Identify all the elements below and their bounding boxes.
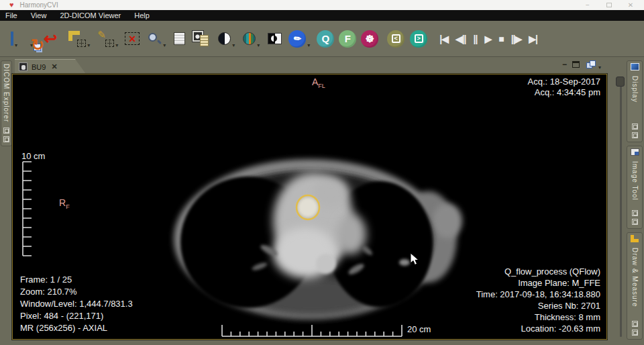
zoom-tool-dropdown[interactable]: ▾ bbox=[163, 42, 166, 48]
panel-next-button[interactable]: > bbox=[410, 30, 427, 48]
sidebar-tab-image-tool[interactable]: Image Tool bbox=[627, 146, 643, 229]
playback-last-button[interactable]: ▶| bbox=[529, 34, 537, 44]
float-panel-icon[interactable] bbox=[632, 219, 638, 225]
playback-step-back-button[interactable]: ◀|| bbox=[455, 34, 466, 44]
function-button[interactable]: F bbox=[339, 30, 356, 48]
app-heart-icon: ♥ bbox=[9, 1, 14, 9]
stat-frame: Frame: 1 / 25 bbox=[20, 274, 133, 286]
colormap-button[interactable] bbox=[243, 32, 256, 45]
zoom-tool-button[interactable] bbox=[147, 32, 162, 46]
sidebar-tab-dicom-explorer[interactable]: DICOM Explorer bbox=[1, 60, 12, 146]
menu-view[interactable]: View bbox=[31, 11, 47, 19]
tab-close-icon[interactable]: ✕ bbox=[51, 62, 57, 71]
stat-zoom: Zoom: 210.7% bbox=[20, 286, 133, 298]
undo-arrow-button[interactable]: ↩ bbox=[44, 31, 57, 47]
float-panel-icon[interactable] bbox=[632, 330, 638, 336]
playback-play-button[interactable]: ▶ bbox=[484, 34, 491, 44]
annotation-pen-button[interactable]: ✎ bbox=[288, 30, 306, 48]
ruler-select-dropdown[interactable]: ▾ bbox=[87, 42, 90, 48]
report-doc-icon bbox=[200, 35, 209, 46]
pin-icon[interactable] bbox=[3, 128, 9, 134]
layout-grid-dropdown[interactable]: ▾ bbox=[15, 42, 17, 48]
series-process: Q_flow_process (QFlow) bbox=[476, 266, 600, 277]
panel-minimize-button[interactable]: − bbox=[562, 62, 567, 67]
chevron-left-icon: < bbox=[392, 34, 400, 43]
layout-grid-button[interactable] bbox=[11, 33, 13, 45]
menu-bar: File View 2D-DICOM Viewer Help bbox=[0, 10, 644, 21]
window-minimize-button[interactable]: − bbox=[578, 2, 597, 9]
orientation-marker-anterior: AFL bbox=[312, 77, 325, 89]
pin-icon[interactable] bbox=[632, 321, 638, 327]
panel-previous-button[interactable]: < bbox=[387, 30, 405, 48]
selection-plus-icon bbox=[105, 40, 114, 47]
playback-first-button[interactable]: |◀ bbox=[439, 34, 448, 44]
contrast-button[interactable] bbox=[218, 32, 231, 45]
qflow-button[interactable]: Q bbox=[317, 30, 334, 48]
image-tool-icon bbox=[631, 148, 639, 156]
stat-pixel: Pixel: 484 - (221,171) bbox=[20, 310, 133, 322]
float-panel-icon[interactable] bbox=[3, 136, 9, 142]
roi-circle[interactable] bbox=[297, 195, 319, 219]
delete-selection-button[interactable]: ✕ bbox=[125, 32, 140, 45]
pen-icon: ✎ bbox=[291, 32, 303, 45]
layer-stack-dropdown[interactable]: ▾ bbox=[598, 64, 601, 70]
playback-step-forward-button[interactable]: ||▶ bbox=[511, 34, 522, 44]
draw-measure-icon bbox=[631, 235, 639, 242]
series-plane: Image Plane: M_FFE bbox=[476, 277, 600, 289]
float-panel-icon[interactable] bbox=[632, 132, 638, 138]
delete-x-icon: ✕ bbox=[128, 34, 136, 44]
settings-gear-button[interactable]: ☸ bbox=[361, 30, 378, 48]
panel-maximize-button[interactable] bbox=[572, 61, 580, 68]
sidebar-tab-draw-measure[interactable]: Draw & Measure bbox=[627, 232, 643, 340]
layer-stack-icon[interactable] bbox=[586, 60, 597, 70]
window-close-button[interactable]: ✕ bbox=[621, 2, 640, 9]
acq-date: Acq.: 18-Sep-2017 bbox=[528, 77, 600, 87]
mouse-cursor bbox=[410, 252, 421, 266]
ruler-select-button[interactable] bbox=[68, 31, 86, 47]
frame-slider-track[interactable] bbox=[620, 81, 622, 337]
series-thickness: Thickness: 8 mm bbox=[476, 311, 600, 323]
snapshot-button[interactable] bbox=[174, 32, 185, 45]
menu-file[interactable]: File bbox=[5, 11, 17, 19]
series-time: Time: 2017-09-18, 16:34:18.880 bbox=[476, 289, 600, 300]
colormap-dropdown[interactable]: ▾ bbox=[257, 42, 260, 48]
series-info-overlay: Q_flow_process (QFlow) Image Plane: M_FF… bbox=[476, 266, 600, 334]
playback-pause-button[interactable]: || bbox=[474, 34, 478, 44]
application-window: ♥ HarmonyCVI − ✕ File View 2D-DICOM View… bbox=[0, 0, 644, 345]
invert-button[interactable] bbox=[268, 33, 282, 44]
stat-window-level: Window/Level: 1,444.7/831.3 bbox=[20, 298, 133, 310]
pencil-select-dropdown[interactable]: ▾ bbox=[115, 42, 118, 48]
stat-modality: MR (256x256) - AXIAL bbox=[20, 322, 133, 334]
pin-icon[interactable] bbox=[632, 124, 638, 130]
series-thumbnail-icon bbox=[19, 62, 28, 71]
pin-icon[interactable] bbox=[632, 210, 638, 216]
menu-help[interactable]: Help bbox=[134, 11, 150, 19]
orientation-marker-right: RF bbox=[59, 197, 70, 210]
image-report-button[interactable] bbox=[193, 30, 210, 48]
gear-icon: ☸ bbox=[366, 33, 374, 45]
horizontal-ruler bbox=[221, 322, 409, 338]
display-label: Display bbox=[631, 76, 639, 103]
dicom-viewport[interactable]: AFL RF Acq.: 18-Sep-2017 Acq.: 4:34:45 p… bbox=[12, 74, 607, 340]
window-maximize-button[interactable] bbox=[606, 3, 612, 7]
invert-circle-icon bbox=[271, 36, 277, 42]
annotation-pen-dropdown[interactable]: ▾ bbox=[307, 42, 310, 48]
menu-2d-dicom-viewer[interactable]: 2D-DICOM Viewer bbox=[60, 11, 121, 19]
dicom-explorer-label: DICOM Explorer bbox=[3, 64, 10, 122]
vertical-ruler-label: 10 cm bbox=[21, 151, 45, 161]
playback-stop-button[interactable]: ■ bbox=[498, 34, 503, 44]
tab-label: BU9 bbox=[32, 63, 46, 71]
display-icon bbox=[631, 63, 639, 70]
tab-bar: BU9 ✕ − ▾ bbox=[12, 58, 624, 74]
pencil-select-button[interactable]: ✎ bbox=[97, 31, 114, 47]
chevron-right-icon: > bbox=[415, 34, 423, 43]
sidebar-tab-display[interactable]: Display bbox=[627, 60, 643, 142]
toolbar: ▾ ↻ ▾ ↩ ▾ ✎ ▾ ✕ ▾ ▾ ▾ bbox=[0, 21, 644, 57]
acq-time: Acq.: 4:34:45 pm bbox=[528, 87, 600, 98]
tab-bu9[interactable]: BU9 ✕ bbox=[15, 59, 86, 74]
contrast-dropdown[interactable]: ▾ bbox=[232, 42, 235, 48]
window-title: HarmonyCVI bbox=[20, 1, 58, 9]
frame-slider-thumb[interactable] bbox=[616, 77, 625, 87]
pencil-icon: ✎ bbox=[97, 29, 106, 41]
layout-grid-icon bbox=[11, 32, 13, 46]
